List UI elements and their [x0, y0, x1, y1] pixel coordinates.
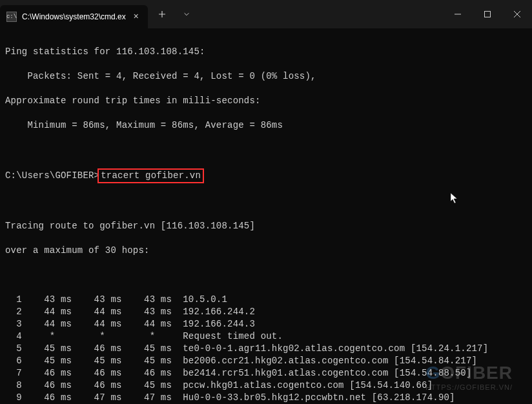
- output-line: Tracing route to gofiber.vn [116.103.108…: [5, 220, 527, 232]
- tab-title: C:\Windows\system32\cmd.ex: [22, 12, 126, 21]
- terminal-output[interactable]: Ping statistics for 116.103.108.145: Pac…: [0, 28, 532, 404]
- tab-dropdown-button[interactable]: [176, 4, 197, 25]
- close-window-button[interactable]: [502, 0, 532, 28]
- hop-line: 8 46 ms 46 ms 45 ms pccw.hkg01.atlas.cog…: [5, 379, 527, 392]
- output-line: [5, 269, 527, 281]
- prompt-path: C:\Users\GOFIBER>: [5, 170, 99, 181]
- hop-line: 2 44 ms 44 ms 43 ms 192.166.244.2: [5, 306, 527, 318]
- new-tab-button[interactable]: [152, 4, 172, 25]
- output-line: Approximate round trip times in milli-se…: [5, 95, 527, 107]
- hop-line: 5 45 ms 46 ms 45 ms te0-0-0-1.agr11.hkg0…: [5, 343, 527, 355]
- maximize-button[interactable]: [473, 0, 502, 28]
- prompt-line: C:\Users\GOFIBER>tracert gofiber.vn: [5, 168, 527, 183]
- hop-line: 6 45 ms 45 ms 45 ms be2006.ccr21.hkg02.a…: [5, 355, 527, 367]
- output-line: Ping statistics for 116.103.108.145:: [5, 46, 527, 58]
- hop-line: 4 * * * Request timed out.: [5, 330, 527, 343]
- close-tab-icon[interactable]: ×: [131, 12, 141, 22]
- output-line: over a maximum of 30 hops:: [5, 245, 527, 257]
- tab-active[interactable]: c:\ C:\Windows\system32\cmd.ex ×: [0, 5, 148, 28]
- output-line: [5, 144, 527, 156]
- hop-line: 9 46 ms 47 ms 47 ms Hu0-0-0-33.br05.hkg1…: [5, 392, 527, 404]
- output-line: Packets: Sent = 4, Received = 4, Lost = …: [5, 70, 527, 83]
- highlighted-command: tracert gofiber.vn: [97, 168, 204, 183]
- svg-rect-0: [485, 12, 491, 17]
- hop-line: 3 44 ms 44 ms 44 ms 192.166.244.3: [5, 318, 527, 330]
- hop-line: 1 43 ms 43 ms 43 ms 10.5.0.1: [5, 294, 527, 306]
- output-line: Minimum = 86ms, Maximum = 86ms, Average …: [5, 119, 527, 132]
- minimize-button[interactable]: [443, 0, 473, 28]
- hop-line: 7 46 ms 46 ms 46 ms be2414.rcr51.hkg01.a…: [5, 367, 527, 379]
- window-titlebar: c:\ C:\Windows\system32\cmd.ex ×: [0, 0, 532, 28]
- output-line: [5, 196, 527, 208]
- cmd-icon: c:\: [6, 12, 17, 22]
